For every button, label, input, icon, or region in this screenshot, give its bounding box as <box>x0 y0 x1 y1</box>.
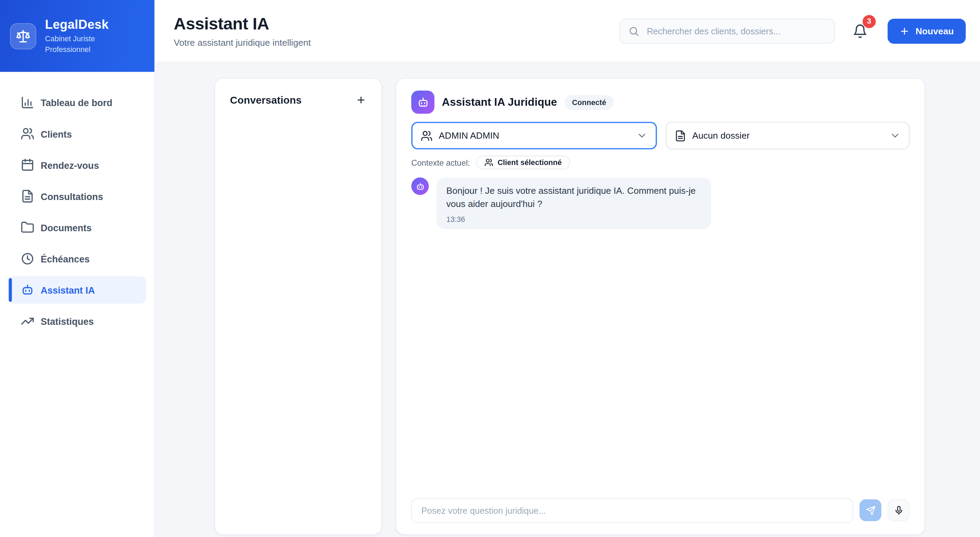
client-select-value: ADMIN ADMIN <box>439 131 499 141</box>
new-button[interactable]: Nouveau <box>888 18 966 43</box>
sidebar-header: LegalDesk Cabinet Juriste Professionnel <box>0 0 154 72</box>
bar-chart-icon <box>21 96 34 110</box>
users-icon <box>21 127 34 141</box>
context-chip: Client sélectionné <box>476 156 570 170</box>
chat-header: Assistant IA Juridique Connecté <box>411 91 910 114</box>
scales-icon <box>16 29 30 43</box>
bot-icon <box>417 96 429 108</box>
content: Conversations + Assistant IA Juridique C… <box>155 62 980 537</box>
page-title: Assistant IA <box>174 14 311 33</box>
brand-block: LegalDesk Cabinet Juriste Professionnel <box>45 17 123 54</box>
notifications-button[interactable]: 3 <box>853 24 867 38</box>
search-input[interactable] <box>646 25 826 37</box>
app-root: LegalDesk Cabinet Juriste Professionnel … <box>0 0 980 537</box>
logo <box>10 23 37 49</box>
sidebar: LegalDesk Cabinet Juriste Professionnel … <box>0 0 155 537</box>
dossier-select-value: Aucun dossier <box>692 131 750 141</box>
chat-input-row <box>411 498 910 523</box>
context-selects: ADMIN ADMIN Aucun dossier <box>411 122 910 149</box>
message-timestamp: 13:36 <box>446 215 701 224</box>
trending-up-icon <box>21 315 34 328</box>
page-subtitle: Votre assistant juridique intelligent <box>174 37 311 48</box>
chat-panel: Assistant IA Juridique Connecté ADMIN AD… <box>396 78 925 535</box>
new-button-label: Nouveau <box>915 26 954 36</box>
new-conversation-button[interactable]: + <box>356 93 366 107</box>
sidebar-item-tableau-de-bord[interactable]: Tableau de bord <box>8 89 146 116</box>
calendar-icon <box>21 158 34 172</box>
clock-icon <box>21 252 34 265</box>
sidebar-item-statistiques[interactable]: Statistiques <box>8 308 146 335</box>
message-text: Bonjour ! Je suis votre assistant juridi… <box>446 184 701 211</box>
context-row: Contexte actuel: Client sélectionné <box>411 156 910 170</box>
sidebar-item-label: Assistant IA <box>41 284 95 296</box>
bot-icon <box>415 182 425 191</box>
send-icon <box>865 505 876 515</box>
plus-icon <box>899 26 909 36</box>
conversations-panel: Conversations + <box>214 78 382 535</box>
context-label: Contexte actuel: <box>411 158 470 167</box>
search-icon <box>628 25 639 37</box>
global-search[interactable] <box>619 18 835 43</box>
context-chip-label: Client sélectionné <box>498 158 562 167</box>
message-bubble: Bonjour ! Je suis votre assistant juridi… <box>436 178 711 229</box>
sidebar-item-label: Documents <box>41 222 92 233</box>
messages-area: Bonjour ! Je suis votre assistant juridi… <box>411 178 910 498</box>
main-area: Assistant IA Votre assistant juridique i… <box>155 0 980 537</box>
file-text-icon <box>21 189 34 203</box>
sidebar-item-clients[interactable]: Clients <box>8 120 146 147</box>
conversations-header: Conversations + <box>230 93 366 107</box>
sidebar-item-assistant-ia[interactable]: Assistant IA <box>8 276 146 304</box>
sidebar-item-label: Tableau de bord <box>41 97 112 108</box>
sidebar-item-label: Échéances <box>41 253 89 264</box>
sidebar-item-label: Rendez-vous <box>41 160 99 170</box>
send-button[interactable] <box>859 499 881 521</box>
chevron-down-icon <box>889 130 900 141</box>
chat-input[interactable] <box>411 498 853 523</box>
assistant-avatar <box>411 91 434 114</box>
status-badge: Connecté <box>565 95 614 110</box>
assistant-message: Bonjour ! Je suis votre assistant juridi… <box>411 178 910 229</box>
brand-name: LegalDesk <box>45 17 123 32</box>
sidebar-nav: Tableau de bord Clients Rendez-vous Cons… <box>0 72 154 342</box>
sidebar-item-rendez-vous[interactable]: Rendez-vous <box>8 151 146 178</box>
mic-icon <box>894 505 904 515</box>
sidebar-item-documents[interactable]: Documents <box>8 214 146 241</box>
users-icon <box>421 130 433 141</box>
sidebar-item-label: Statistiques <box>41 316 94 327</box>
sidebar-item-echeances[interactable]: Échéances <box>8 245 146 272</box>
page-head: Assistant IA Votre assistant juridique i… <box>174 14 311 48</box>
client-select[interactable]: ADMIN ADMIN <box>411 122 657 149</box>
sidebar-item-label: Consultations <box>41 191 103 202</box>
conversations-title: Conversations <box>230 94 302 106</box>
sidebar-item-label: Clients <box>41 128 72 139</box>
chevron-down-icon <box>636 130 647 141</box>
folder-icon <box>21 221 34 234</box>
brand-tagline: Cabinet Juriste Professionnel <box>45 34 123 54</box>
topbar: Assistant IA Votre assistant juridique i… <box>155 0 980 62</box>
dossier-select[interactable]: Aucun dossier <box>665 122 910 149</box>
file-text-icon <box>674 130 686 141</box>
notification-badge: 3 <box>862 14 876 28</box>
assistant-avatar <box>411 178 429 195</box>
chat-title: Assistant IA Juridique <box>442 96 557 109</box>
mic-button[interactable] <box>888 499 910 521</box>
users-icon <box>484 158 493 167</box>
sidebar-item-consultations[interactable]: Consultations <box>8 182 146 210</box>
bot-icon <box>21 283 34 297</box>
topbar-actions: 3 Nouveau <box>619 18 966 43</box>
